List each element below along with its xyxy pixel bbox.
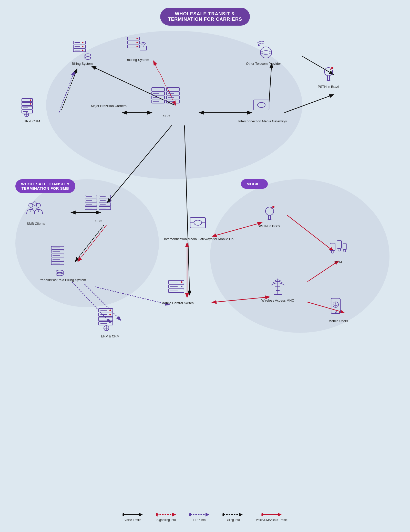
main-container: WHOLESALE TRANSIT &TERMINATION FOR CARRI… [0, 0, 410, 532]
legend-billing-info-label: Billing Info [226, 518, 240, 522]
svg-point-117 [56, 273, 63, 276]
sbc-bottom-node: SBC [85, 195, 113, 224]
other-telecom-label: Other Telecom Provider [246, 62, 281, 66]
mobile-central-switch-node: Mobile Central Switch [161, 279, 194, 305]
legend-erp-info: ERP Info [189, 513, 210, 522]
svg-point-132 [194, 220, 202, 225]
major-carriers-label: Major Brazillian Carriers [91, 104, 127, 108]
svg-point-43 [143, 46, 144, 47]
svg-point-41 [136, 46, 138, 47]
svg-point-74 [258, 102, 265, 108]
routing-system-label: Routing System [126, 58, 149, 62]
svg-point-161 [335, 311, 336, 313]
svg-point-156 [338, 249, 341, 251]
legend-erp-info-label: ERP Info [193, 518, 206, 522]
svg-point-32 [85, 54, 91, 56]
svg-point-35 [85, 57, 91, 59]
svg-rect-153 [337, 241, 342, 248]
mobile-users-label: Mobile Users [329, 319, 348, 323]
svg-point-40 [136, 42, 138, 43]
svg-rect-42 [140, 46, 147, 50]
interconnection-mobile-label: Interconnection Media Gateways for Mobil… [164, 237, 234, 241]
svg-rect-154 [343, 244, 347, 249]
other-telecom-node: Other Telecom Provider [246, 40, 281, 66]
svg-point-114 [56, 270, 63, 273]
svg-point-28 [82, 50, 83, 51]
svg-point-86 [36, 203, 40, 207]
interconnection-mobile-node: Interconnection Media Gateways for Mobil… [164, 215, 234, 241]
erp-crm-left-label: ERP & CRM [22, 119, 40, 124]
sbc-top-node: SBC [151, 87, 182, 119]
legend-voice-traffic-label: Voice Traffic [125, 518, 141, 522]
major-carriers-node: Major Brazillian Carriers [91, 102, 127, 108]
svg-point-87 [33, 202, 36, 205]
svg-point-155 [331, 251, 334, 253]
svg-point-85 [29, 203, 33, 207]
prepaid-billing-label: Prepaid/PostPaid Billing System [38, 278, 86, 282]
erp-crm-bottom-label: ERP & CRM [101, 334, 119, 339]
routing-system-node: Routing System [126, 36, 149, 62]
billing-system-node: Billing System [72, 40, 93, 66]
interconnection-gw-label: Interconnection Media Gateways [238, 119, 287, 124]
svg-point-146 [181, 281, 182, 283]
sbc-top-label: SBC [163, 114, 170, 119]
svg-point-65 [30, 103, 31, 105]
svg-point-27 [82, 46, 83, 47]
main-title: WHOLESALE TRANSIT &TERMINATION FOR CARRI… [160, 8, 250, 26]
smb-clients-node: SMB Clients [26, 200, 46, 226]
legend-voice-traffic: Voice Traffic [122, 513, 143, 522]
legend-voice-sms-data: Voice/SMS/Data Traffic [256, 513, 287, 522]
billing-system-label: Billing System [72, 62, 93, 66]
prepaid-billing-node: Prepaid/PostPaid Billing System [38, 246, 86, 282]
mobile-users-node: Mobile Users [328, 297, 348, 323]
legend-voice-sms-label: Voice/SMS/Data Traffic [256, 518, 287, 522]
legend-signalling: Signalling Info [156, 513, 176, 522]
mobile-central-switch-label: Mobile Central Switch [161, 301, 194, 305]
erp-crm-left-node: ERP & CRM [20, 97, 41, 124]
svg-point-135 [265, 207, 274, 215]
pstn-brazil-top-node: PSTN in Brazil [318, 63, 340, 89]
mobile-badge: MOBILE [241, 179, 268, 189]
erp-crm-bottom-node: ERP & CRM [97, 307, 123, 339]
wireless-mno-node: Wireless Access MNO [261, 276, 294, 303]
svg-rect-136 [269, 215, 271, 219]
svg-point-64 [30, 100, 31, 101]
sbc-bottom-label: SBC [95, 219, 102, 224]
m2m-node: M2M [328, 238, 348, 264]
svg-point-122 [109, 310, 111, 311]
svg-rect-81 [327, 76, 330, 80]
svg-point-123 [109, 314, 111, 315]
smb-clients-label: SMB Clients [27, 222, 45, 226]
legend: Voice Traffic Signalling Info [122, 513, 287, 522]
svg-point-79 [258, 45, 260, 46]
m2m-label: M2M [335, 260, 342, 264]
legend-signalling-label: Signalling Info [157, 518, 176, 522]
oval-mobile-zone [210, 179, 389, 333]
pstn-brazil-bottom-label: PSTN in Brazil [259, 224, 281, 229]
svg-point-157 [344, 250, 346, 252]
svg-point-147 [181, 286, 182, 287]
legend-billing-info: Billing Info [222, 513, 243, 522]
pstn-brazil-top-label: PSTN in Brazil [318, 85, 340, 89]
wireless-mno-label: Wireless Access MNO [261, 299, 294, 303]
svg-point-26 [82, 42, 83, 43]
svg-rect-152 [330, 243, 335, 250]
svg-point-39 [136, 38, 138, 39]
pstn-brazil-bottom-node: PSTN in Brazil [259, 202, 281, 229]
interconnection-gw-node: Interconnection Media Gateways [238, 97, 287, 124]
smb-badge: WHOLESALE TRANSIT &TERMINATION FOR SMB [15, 179, 75, 193]
